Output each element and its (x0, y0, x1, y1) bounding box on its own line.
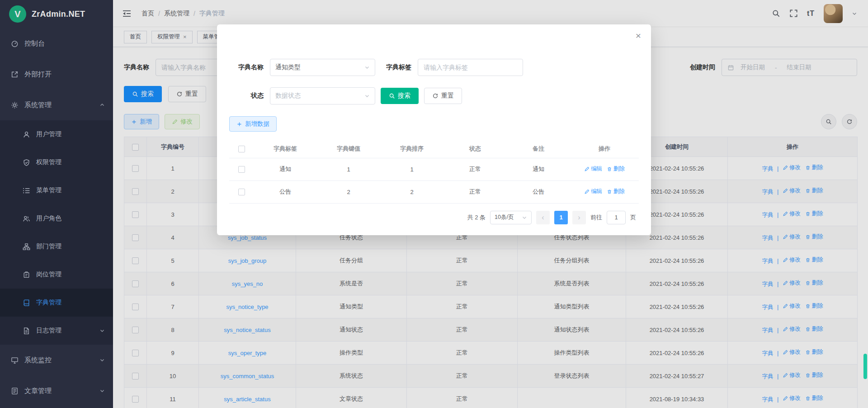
cell-dict-value: 2 (317, 180, 380, 203)
next-page-button[interactable]: › (572, 211, 586, 224)
row-checkbox[interactable] (238, 189, 245, 195)
delete-link[interactable]: 删除 (607, 188, 625, 195)
add-data-button-label: 新增数据 (245, 120, 269, 128)
delete-link[interactable]: 删除 (607, 165, 625, 173)
chevron-left-icon: ‹ (542, 213, 544, 222)
dict-label-input[interactable] (418, 59, 523, 76)
edit-link-label: 编辑 (591, 188, 602, 195)
dict-label-label: 字典标签 (386, 63, 411, 71)
refresh-icon (432, 93, 439, 99)
dict-data-table: 字典标签 字典键值 字典排序 状态 备注 操作 (229, 140, 639, 204)
goto-label: 前往 (590, 213, 602, 222)
cell-status: 正常 (443, 158, 507, 180)
status-select[interactable]: 数据状态 (270, 87, 375, 104)
edit-link-label: 编辑 (591, 165, 602, 173)
edit-link[interactable]: 编辑 (584, 188, 602, 195)
status-select-placeholder: 数据状态 (275, 92, 301, 100)
trash-icon (607, 189, 612, 195)
cell-dict-sort: 2 (380, 180, 443, 203)
cell-actions: 编辑 删除 (570, 180, 639, 203)
prev-page-button[interactable]: ‹ (536, 211, 550, 224)
chevron-down-icon (364, 65, 370, 70)
pencil-icon (584, 189, 590, 195)
dict-name-label: 字典名称 (229, 63, 264, 71)
dict-data-row: 通知 1 1 正常 通知 编辑 删除 (229, 158, 639, 180)
dict-data-column-header: 状态 (443, 140, 507, 158)
plus-icon (236, 121, 242, 127)
cell-remark: 公告 (507, 180, 570, 203)
chevron-right-icon: › (578, 213, 580, 222)
cell-dict-label: 通知 (254, 158, 317, 180)
dict-name-select-value: 通知类型 (275, 63, 301, 71)
chevron-down-icon (522, 215, 527, 220)
modal-search-button-label: 搜索 (398, 92, 410, 100)
row-checkbox[interactable] (238, 166, 245, 173)
dict-data-column-header: 字典标签 (254, 140, 317, 158)
pencil-icon (584, 166, 590, 172)
dict-data-column-header: 字典排序 (380, 140, 443, 158)
dict-name-select[interactable]: 通知类型 (270, 59, 375, 76)
select-all-checkbox[interactable] (238, 146, 245, 152)
dict-data-header-row: 字典标签 字典键值 字典排序 状态 备注 操作 (229, 140, 639, 158)
modal-search-button[interactable]: 搜索 (381, 88, 419, 104)
current-page-button[interactable]: 1 (554, 211, 568, 224)
status-label: 状态 (229, 92, 264, 100)
edit-link[interactable]: 编辑 (584, 165, 602, 173)
goto-page-input[interactable] (607, 211, 626, 224)
delete-link-label: 删除 (613, 188, 625, 195)
goto-suffix: 页 (630, 213, 636, 222)
cell-remark: 通知 (507, 158, 570, 180)
dict-data-row: 公告 2 2 正常 公告 编辑 删除 (229, 180, 639, 203)
cell-dict-value: 1 (317, 158, 380, 180)
modal-filter-row-2: 状态 数据状态 搜索 重置 (229, 87, 639, 104)
dict-data-column-header: 字典键值 (317, 140, 380, 158)
cell-dict-label: 公告 (254, 180, 317, 203)
page-size-select[interactable]: 10条/页 (490, 211, 532, 224)
add-data-button[interactable]: 新增数据 (229, 116, 277, 132)
delete-link-label: 删除 (613, 165, 625, 173)
page-size-value: 10条/页 (495, 213, 514, 221)
search-icon (389, 93, 395, 99)
cell-actions: 编辑 删除 (570, 158, 639, 180)
trash-icon (607, 166, 612, 172)
modal-reset-button-label: 重置 (441, 92, 454, 100)
modal-filter-row-1: 字典名称 通知类型 字典标签 (229, 59, 639, 76)
cell-dict-sort: 1 (380, 158, 443, 180)
dict-data-column-header: 备注 (507, 140, 570, 158)
modal-reset-button[interactable]: 重置 (424, 88, 462, 104)
modal-overlay: × 字典名称 通知类型 字典标签 状态 数据状态 搜索 重置 (0, 0, 868, 408)
scrollbar-thumb[interactable] (863, 354, 867, 379)
cell-status: 正常 (443, 180, 507, 203)
chevron-down-icon (364, 93, 370, 99)
dict-data-dialog: × 字典名称 通知类型 字典标签 状态 数据状态 搜索 重置 (217, 24, 651, 235)
pagination: 共 2 条 10条/页 ‹ 1 › 前往 页 (229, 211, 639, 224)
pagination-total: 共 2 条 (467, 213, 486, 222)
dict-data-column-header: 操作 (570, 140, 639, 158)
close-icon[interactable]: × (636, 31, 641, 40)
